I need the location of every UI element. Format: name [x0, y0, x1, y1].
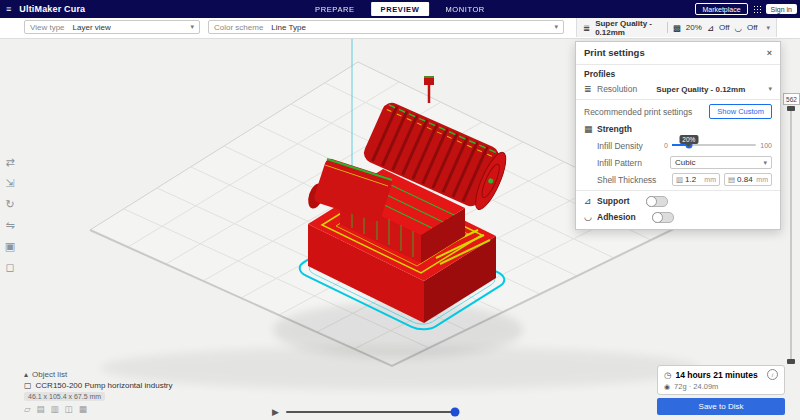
info-icon[interactable]: i	[767, 369, 778, 380]
infill-pattern-label: Infill Pattern	[597, 158, 642, 168]
show-custom-button[interactable]: Show Custom	[709, 104, 772, 119]
support-label: Support	[597, 196, 630, 206]
save-to-disk-button[interactable]: Save to Disk	[657, 398, 785, 415]
layer-slider-top-handle[interactable]	[787, 106, 795, 111]
scale-tool-icon[interactable]: ⇲	[1, 177, 19, 190]
simulation-track[interactable]	[286, 411, 458, 413]
wall-unit: mm	[704, 176, 716, 183]
layer-number-box[interactable]: 562	[783, 93, 800, 105]
move-tool-icon[interactable]: ⇄	[1, 156, 19, 169]
resolution-value[interactable]: Super Quality - 0.12mm	[656, 85, 745, 94]
shell-thickness-label: Shell Thickness	[597, 175, 656, 185]
simulation-slider: ▶	[272, 407, 458, 417]
infill-pattern-dropdown[interactable]: Cubic ▾	[670, 156, 772, 169]
slider-min-label: 0	[664, 142, 668, 149]
resolution-icon: ≣	[584, 84, 597, 94]
model-dimensions: 46.1 x 105.4 x 67.5 mm	[24, 392, 105, 401]
tab-prepare[interactable]: PREPARE	[309, 3, 361, 16]
tab-monitor[interactable]: MONITOR	[439, 3, 490, 16]
object-action-icon[interactable]: ▥	[51, 404, 59, 414]
resolution-label: Resolution	[597, 84, 637, 94]
support-toggle[interactable]	[646, 196, 668, 207]
top-bottom-thickness-input[interactable]: ▤ mm	[724, 173, 772, 186]
chevron-down-icon: ▾	[764, 85, 772, 93]
print-setup-summary[interactable]: ≣ Super Quality - 0.12mm ▩ 20% ⊿ Off ◡ O…	[576, 18, 777, 37]
close-icon[interactable]: ×	[767, 48, 772, 58]
slider-max-label: 100	[760, 142, 772, 149]
recommended-row: Recommended print settings Show Custom	[576, 102, 780, 121]
layer-slider-track[interactable]	[790, 106, 792, 364]
color-scheme-value: Line Type	[271, 23, 306, 32]
chevron-down-icon: ▾	[762, 24, 770, 32]
chevron-down-icon: ▾	[186, 23, 194, 31]
print-settings-panel: Print settings × Profiles ≣ Resolution S…	[575, 41, 781, 230]
material-estimate: 72g · 24.09m	[674, 382, 718, 391]
chevron-down-icon: ▾	[759, 159, 767, 167]
marketplace-button[interactable]: Marketplace	[695, 3, 747, 15]
per-model-settings-icon[interactable]: ▣	[1, 240, 19, 253]
strength-header: ▦ Strength	[576, 121, 780, 137]
clock-icon: ◷	[664, 370, 671, 380]
adhesion-label: Adhesion	[597, 212, 636, 222]
divider	[576, 64, 780, 65]
divider	[576, 190, 780, 191]
apps-grid-icon[interactable]	[753, 5, 761, 13]
quality-icon: ≣	[583, 23, 590, 33]
resolution-row: ≣ Resolution Super Quality - 0.12mm ▾	[576, 81, 780, 97]
infill-density-slider[interactable]: 20%	[672, 144, 756, 146]
simulation-handle[interactable]	[450, 408, 459, 417]
wall-thickness-field[interactable]	[685, 175, 702, 184]
tab-preview[interactable]: PREVIEW	[371, 2, 430, 16]
adhesion-toggle[interactable]	[652, 212, 674, 223]
app-title: UltiMaker Cura	[19, 4, 85, 14]
print-job-summary: ◷ 14 hours 21 minutes i ◉ 72g · 24.09m	[657, 365, 785, 395]
top-bottom-icon: ▤	[728, 175, 735, 184]
support-icon: ⊿	[707, 23, 714, 33]
divider	[667, 22, 668, 33]
infill-pattern-value: Cubic	[675, 158, 695, 167]
top-bottom-unit: mm	[756, 176, 768, 183]
support-icon: ⊿	[584, 196, 597, 206]
infill-density-label: Infill Density	[597, 141, 643, 151]
panel-title: Print settings	[584, 47, 645, 58]
adhesion-summary: Off	[747, 23, 758, 32]
wall-thickness-input[interactable]: ▥ mm	[672, 173, 720, 186]
sign-in-button[interactable]: Sign in	[766, 4, 797, 14]
play-icon[interactable]: ▶	[272, 407, 279, 417]
object-list: ▴ Object list ▢ CCR150-200 Pump horizont…	[24, 370, 173, 414]
object-action-icon[interactable]: ▱	[24, 404, 31, 414]
view-type-dropdown[interactable]: View type Layer view ▾	[24, 20, 200, 34]
view-options-bar: View type Layer view ▾ Color scheme Line…	[0, 18, 800, 39]
mirror-tool-icon[interactable]: ⇋	[1, 219, 19, 232]
model-toolbar: ⇄ ⇲ ↻ ⇋ ▣ ◻	[1, 156, 19, 274]
model-shadow	[273, 302, 523, 358]
hamburger-icon[interactable]: ≡	[6, 0, 11, 18]
object-list-item[interactable]: ▢ CCR150-200 Pump horizontal industry	[24, 381, 173, 390]
object-action-icon[interactable]: ▤	[37, 404, 45, 414]
model-name: CCR150-200 Pump horizontal industry	[36, 381, 173, 390]
object-list-header[interactable]: ▴ Object list	[24, 370, 173, 379]
caret-up-icon: ▴	[24, 370, 28, 379]
slider-tooltip: 20%	[679, 135, 698, 144]
top-bottom-thickness-field[interactable]	[737, 175, 754, 184]
rotate-tool-icon[interactable]: ↻	[1, 198, 19, 211]
object-action-icon[interactable]: ◫	[65, 404, 73, 414]
spool-icon: ◉	[664, 383, 670, 391]
strength-label: Strength	[597, 124, 632, 134]
divider	[576, 99, 780, 100]
shell-thickness-row: Shell Thickness ▥ mm ▤ mm	[576, 171, 780, 188]
support-blocker-icon[interactable]: ◻	[1, 261, 19, 274]
object-list-title: Object list	[32, 370, 67, 379]
view-type-label: View type	[30, 23, 65, 32]
profile-summary: Super Quality - 0.12mm	[595, 19, 662, 37]
view-type-value: Layer view	[73, 23, 111, 32]
layer-slider-bottom-handle[interactable]	[787, 359, 795, 364]
profiles-title: Profiles	[576, 67, 780, 81]
recommended-label: Recommended print settings	[584, 107, 692, 117]
infill-icon: ▩	[673, 23, 681, 33]
color-scheme-dropdown[interactable]: Color scheme Line Type ▾	[208, 20, 564, 34]
cube-icon: ▢	[24, 381, 32, 390]
object-action-icon[interactable]: ▦	[79, 404, 87, 414]
chevron-down-icon: ▾	[550, 23, 558, 31]
infill-pattern-row: Infill Pattern Cubic ▾	[576, 154, 780, 171]
